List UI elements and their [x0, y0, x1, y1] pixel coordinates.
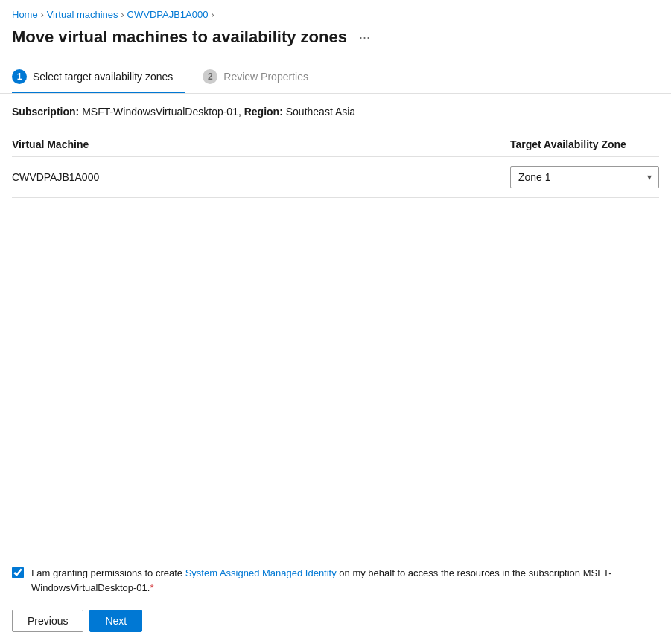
tab-review-properties[interactable]: 2 Review Properties [203, 62, 320, 93]
page-header: Move virtual machines to availability zo… [0, 25, 671, 59]
content-area: Subscription: MSFT-WindowsVirtualDesktop… [0, 94, 671, 210]
breadcrumb-virtual-machines[interactable]: Virtual machines [47, 9, 118, 20]
page-title: Move virtual machines to availability zo… [12, 28, 347, 47]
region-value: Southeast Asia [286, 106, 355, 118]
breadcrumb-sep-1: › [41, 10, 44, 20]
subscription-name: MSFT-WindowsVirtualDesktop-01 [82, 106, 238, 118]
breadcrumb-sep-3: › [211, 10, 214, 20]
vm-name-cell: CWVDPAJB1A000 [12, 171, 510, 183]
zone-select[interactable]: Zone 1 Zone 2 Zone 3 [510, 166, 659, 188]
required-indicator: * [150, 582, 153, 593]
tab-select-availability-zones[interactable]: 1 Select target availability zones [12, 62, 185, 93]
breadcrumb-sep-2: › [121, 10, 124, 20]
tabs-section: 1 Select target availability zones 2 Rev… [0, 62, 671, 94]
col-header-zone: Target Availability Zone [510, 138, 659, 150]
breadcrumb-vm-name[interactable]: CWVDPAJB1A000 [127, 9, 209, 20]
button-row: Previous Next [0, 604, 671, 644]
zone-dropdown[interactable]: Zone 1 Zone 2 Zone 3 ▾ [510, 166, 659, 188]
table-row: CWVDPAJB1A000 Zone 1 Zone 2 Zone 3 ▾ [12, 157, 659, 198]
col-header-vm: Virtual Machine [12, 138, 510, 150]
breadcrumb: Home › Virtual machines › CWVDPAJB1A000 … [0, 0, 671, 25]
previous-button[interactable]: Previous [12, 610, 83, 632]
consent-row: I am granting permissions to create Syst… [0, 555, 671, 604]
tab-badge-1: 1 [12, 69, 27, 84]
footer-area: I am granting permissions to create Syst… [0, 555, 671, 644]
consent-text: I am granting permissions to create Syst… [31, 566, 659, 595]
region-label: Region: [244, 106, 283, 118]
next-button[interactable]: Next [89, 610, 142, 632]
breadcrumb-home[interactable]: Home [12, 9, 38, 20]
tab-badge-2: 2 [203, 69, 217, 84]
subscription-label: Subscription: [12, 106, 79, 118]
table-header: Virtual Machine Target Availability Zone [12, 133, 659, 157]
consent-checkbox[interactable] [12, 567, 24, 578]
subscription-info: Subscription: MSFT-WindowsVirtualDesktop… [12, 106, 659, 118]
consent-text-before: I am granting permissions to create [31, 567, 185, 578]
more-options-icon[interactable]: ··· [354, 28, 375, 47]
managed-identity-link[interactable]: System Assigned Managed Identity [185, 567, 337, 578]
tab-label-1: Select target availability zones [33, 71, 173, 83]
tab-label-2: Review Properties [223, 71, 308, 83]
